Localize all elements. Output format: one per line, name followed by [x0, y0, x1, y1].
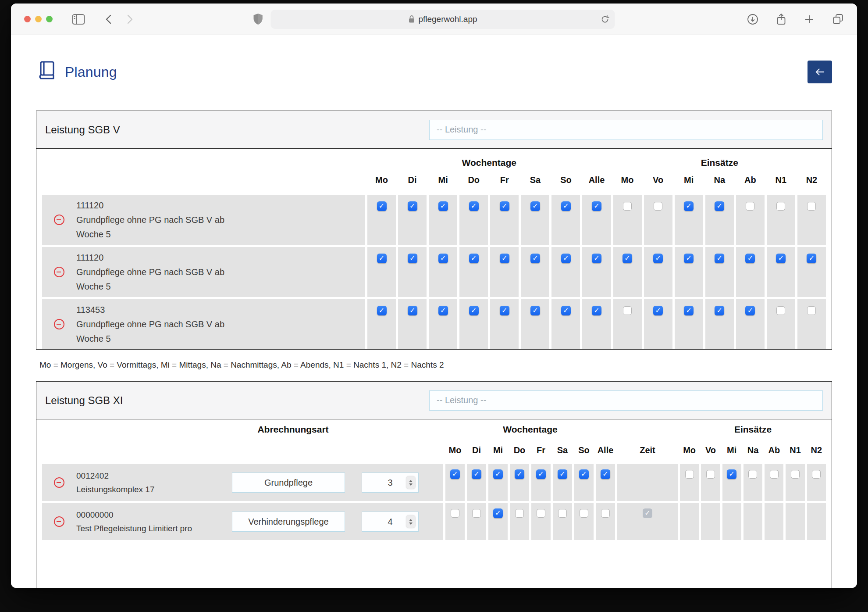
checkbox-wochentag-do[interactable] — [469, 201, 479, 211]
sidebar-toggle-icon[interactable] — [72, 14, 85, 25]
checkbox-einsatz-n2[interactable] — [807, 254, 816, 263]
privacy-shield-icon[interactable] — [253, 13, 263, 25]
checkbox-einsatz-mo[interactable] — [685, 470, 694, 479]
remove-row-button[interactable] — [54, 267, 64, 277]
checkbox-wochentag-mo[interactable] — [451, 509, 459, 518]
checkbox-einsatz-n1[interactable] — [776, 254, 786, 263]
anzahl-stepper[interactable]: 3 — [362, 472, 419, 493]
checkbox-einsatz-n2[interactable] — [812, 470, 821, 479]
new-tab-icon[interactable] — [804, 14, 815, 25]
checkbox-wochentag-alle[interactable] — [592, 306, 601, 315]
checkbox-einsatz-mi[interactable] — [684, 201, 694, 211]
remove-row-button[interactable] — [54, 516, 64, 527]
remove-row-button[interactable] — [54, 215, 64, 225]
checkbox-wochentag-do[interactable] — [515, 509, 524, 518]
abrechnungsart-input[interactable] — [232, 472, 345, 493]
address-bar[interactable]: pflegerwohl.app — [271, 10, 615, 29]
stepper-arrows-icon[interactable] — [406, 515, 415, 528]
checkbox-wochentag-so[interactable] — [561, 306, 571, 315]
tab-overview-icon[interactable] — [832, 13, 844, 25]
close-window-button[interactable] — [24, 16, 31, 22]
stepper-up-icon[interactable] — [409, 519, 413, 521]
forward-icon[interactable] — [125, 14, 134, 25]
checkbox-einsatz-na[interactable] — [715, 201, 724, 211]
checkbox-einsatz-mi[interactable] — [727, 469, 736, 479]
checkbox-einsatz-vo[interactable] — [706, 470, 715, 479]
checkbox-wochentag-fr[interactable] — [536, 469, 546, 479]
remove-row-button[interactable] — [54, 319, 64, 329]
downloads-icon[interactable] — [747, 14, 758, 25]
reload-icon[interactable] — [601, 14, 610, 24]
checkbox-wochentag-fr[interactable] — [537, 509, 545, 518]
checkbox-einsatz-n1[interactable] — [776, 202, 785, 211]
back-icon[interactable] — [104, 14, 114, 25]
checkbox-wochentag-sa[interactable] — [530, 201, 540, 211]
stepper-up-icon[interactable] — [409, 480, 413, 482]
checkbox-zeit[interactable] — [643, 508, 652, 518]
checkbox-einsatz-n1[interactable] — [791, 470, 800, 479]
checkbox-wochentag-mo[interactable] — [377, 306, 387, 315]
checkbox-einsatz-vo[interactable] — [654, 202, 662, 211]
checkbox-wochentag-so[interactable] — [561, 201, 571, 211]
checkbox-wochentag-mo[interactable] — [450, 469, 460, 479]
checkbox-wochentag-di[interactable] — [472, 509, 481, 518]
checkbox-wochentag-alle[interactable] — [601, 509, 610, 518]
checkbox-wochentag-alle[interactable] — [592, 254, 601, 263]
checkbox-wochentag-do[interactable] — [515, 469, 524, 479]
sgb-v-leistung-search-input[interactable] — [429, 120, 823, 140]
checkbox-wochentag-do[interactable] — [469, 306, 479, 315]
checkbox-wochentag-do[interactable] — [469, 254, 479, 263]
checkbox-einsatz-ab[interactable] — [745, 306, 755, 315]
zoom-window-button[interactable] — [46, 16, 53, 22]
stepper-down-icon[interactable] — [409, 483, 413, 486]
share-icon[interactable] — [776, 13, 786, 25]
checkbox-einsatz-n2[interactable] — [807, 202, 816, 211]
checkbox-wochentag-sa[interactable] — [530, 306, 540, 315]
checkbox-wochentag-so[interactable] — [579, 469, 589, 479]
checkbox-einsatz-ab[interactable] — [745, 254, 755, 263]
checkbox-wochentag-mo[interactable] — [377, 201, 387, 211]
stepper-down-icon[interactable] — [409, 523, 413, 525]
checkbox-einsatz-ab[interactable] — [746, 202, 754, 211]
checkbox-wochentag-di[interactable] — [408, 201, 417, 211]
checkbox-wochentag-mi[interactable] — [438, 306, 448, 315]
checkbox-wochentag-di[interactable] — [408, 306, 417, 315]
minimize-window-button[interactable] — [35, 16, 42, 22]
checkbox-wochentag-alle[interactable] — [592, 201, 601, 211]
checkbox-wochentag-di[interactable] — [472, 469, 481, 479]
checkbox-wochentag-fr[interactable] — [500, 201, 509, 211]
checkbox-wochentag-mo[interactable] — [377, 254, 387, 263]
checkbox-einsatz-vo[interactable] — [653, 306, 663, 315]
checkbox-wochentag-mi[interactable] — [493, 508, 503, 518]
abrechnungsart-input[interactable] — [232, 512, 345, 532]
anzahl-stepper[interactable]: 4 — [362, 512, 419, 532]
checkbox-einsatz-mo[interactable] — [623, 202, 632, 211]
checkbox-wochentag-so[interactable] — [580, 509, 588, 518]
checkbox-einsatz-mi[interactable] — [684, 254, 694, 263]
checkbox-einsatz-na[interactable] — [715, 306, 724, 315]
checkbox-einsatz-n2[interactable] — [807, 306, 816, 315]
back-button[interactable] — [808, 61, 832, 83]
checkbox-wochentag-sa[interactable] — [558, 509, 567, 518]
remove-row-button[interactable] — [54, 477, 64, 488]
checkbox-einsatz-na[interactable] — [715, 254, 724, 263]
checkbox-einsatz-n1[interactable] — [776, 306, 785, 315]
checkbox-wochentag-fr[interactable] — [500, 254, 509, 263]
checkbox-einsatz-ab[interactable] — [770, 470, 779, 479]
checkbox-wochentag-mi[interactable] — [438, 201, 448, 211]
checkbox-wochentag-so[interactable] — [561, 254, 571, 263]
checkbox-wochentag-sa[interactable] — [558, 469, 567, 479]
checkbox-einsatz-mi[interactable] — [684, 306, 694, 315]
checkbox-einsatz-mo[interactable] — [623, 254, 632, 263]
checkbox-wochentag-di[interactable] — [408, 254, 417, 263]
checkbox-wochentag-fr[interactable] — [500, 306, 509, 315]
stepper-arrows-icon[interactable] — [406, 476, 415, 489]
checkbox-wochentag-alle[interactable] — [601, 469, 610, 479]
checkbox-einsatz-mo[interactable] — [623, 306, 632, 315]
checkbox-einsatz-vo[interactable] — [653, 254, 663, 263]
sgb-xi-leistung-search-input[interactable] — [429, 390, 823, 411]
checkbox-einsatz-na[interactable] — [748, 470, 757, 479]
checkbox-wochentag-mi[interactable] — [493, 469, 503, 479]
checkbox-wochentag-sa[interactable] — [530, 254, 540, 263]
checkbox-wochentag-mi[interactable] — [438, 254, 448, 263]
